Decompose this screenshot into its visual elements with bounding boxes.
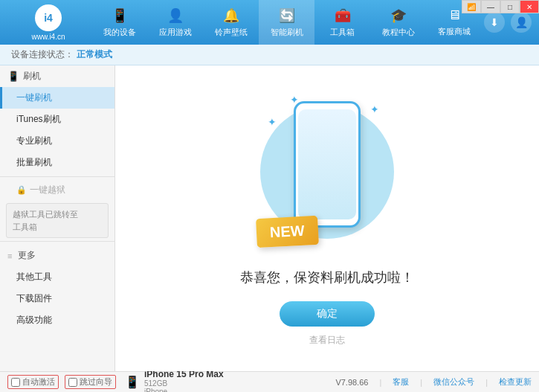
log-link[interactable]: 查看日志: [309, 334, 345, 347]
logo-area: i4 www.i4.cn: [7, 4, 89, 41]
quick-nav-label: 跳过向导: [80, 376, 112, 388]
sidebar-jailbreak-header: 🔒 一键越狱: [0, 180, 114, 200]
nav-smart-flash-label: 智能刷机: [271, 27, 303, 38]
toolbox-icon: 🧰: [335, 7, 351, 24]
ringtone-icon: 🔔: [223, 7, 239, 24]
itunes-flash-label: iTunes刷机: [16, 113, 61, 126]
customer-service-link[interactable]: 客服: [393, 376, 409, 388]
sidebar-disabled-notice: 越狱工具已跳转至工具箱: [6, 203, 109, 238]
device-icon: 📱: [112, 7, 128, 24]
window-controls: 📶 — □ ✕: [462, 0, 539, 13]
sidebar-flash-header: 📱 刷机: [0, 65, 114, 87]
confirm-button[interactable]: 确定: [280, 301, 375, 327]
nav-smart-flash[interactable]: 🔄 智能刷机: [259, 0, 314, 45]
auto-activate-checkbox-container[interactable]: 自动激活: [7, 375, 59, 389]
maximize-button[interactable]: □: [500, 0, 520, 13]
nav-my-device[interactable]: 📱 我的设备: [91, 0, 147, 45]
bottom-left: 自动激活 跳过向导 📱 iPhone 15 Pro Max 512GB iPho…: [7, 369, 320, 393]
sparkle-icon-1: ✦: [370, 103, 379, 115]
wifi-icon: 📶: [462, 0, 481, 13]
auto-activate-checkbox[interactable]: [11, 378, 20, 387]
nav-my-device-label: 我的设备: [103, 27, 136, 38]
bottom-bar: 自动激活 跳过向导 📱 iPhone 15 Pro Max 512GB iPho…: [0, 371, 539, 392]
minimize-button[interactable]: —: [481, 0, 500, 13]
auto-activate-label: 自动激活: [22, 376, 55, 388]
device-phone-icon: 📱: [125, 375, 140, 389]
status-value: 正常模式: [77, 48, 112, 61]
version-label: V7.98.66: [335, 378, 368, 387]
nav-apps-games[interactable]: 👤 应用游戏: [147, 0, 203, 45]
phone-illustration: ✦ ✦ ✦ NEW: [253, 90, 401, 254]
phone-screen: [298, 109, 356, 219]
more-section-icon: ≡: [7, 251, 12, 260]
main-layout: 📱 刷机 一键刷机 iTunes刷机 专业刷机 批量刷机 🔒 一键越狱: [0, 65, 539, 371]
device-info: 📱 iPhone 15 Pro Max 512GB iPhone: [125, 369, 224, 393]
sidebar-item-pro-flash[interactable]: 专业刷机: [0, 130, 114, 152]
device-storage: 512GB: [144, 379, 224, 388]
logo-subtext: www.i4.cn: [31, 33, 65, 41]
tutorial-icon: 🎓: [390, 7, 407, 24]
batch-flash-label: 批量刷机: [16, 156, 52, 169]
download-button[interactable]: ⬇: [484, 12, 505, 33]
logo-icon: i4: [35, 4, 62, 31]
close-button[interactable]: ✕: [520, 0, 539, 13]
flash-icon: 🔄: [279, 7, 295, 24]
nav-ringtones-label: 铃声壁纸: [215, 27, 248, 38]
nav-right-buttons: ⬇ 👤: [484, 12, 532, 33]
sidebar-item-other-tools[interactable]: 其他工具: [0, 266, 114, 288]
sparkle-icon-3: ✦: [268, 116, 277, 128]
nav-tutorial-label: 教程中心: [382, 27, 415, 38]
user-button[interactable]: 👤: [511, 12, 532, 33]
sidebar-more-label: 更多: [18, 249, 36, 262]
nav-ringtones[interactable]: 🔔 铃声壁纸: [203, 0, 259, 45]
top-navigation: i4 www.i4.cn 📱 我的设备 👤 应用游戏 🔔 铃声壁纸 🔄 智能刷机: [0, 0, 539, 45]
nav-service-label: 客服商城: [438, 26, 471, 37]
check-update-link[interactable]: 检查更新: [499, 376, 532, 388]
pro-flash-label: 专业刷机: [16, 135, 52, 147]
bottom-right: V7.98.66 | 客服 | 微信公众号 | 检查更新: [335, 376, 532, 388]
apps-icon: 👤: [167, 7, 184, 24]
sparkle-icon-2: ✦: [290, 94, 299, 106]
sidebar-item-advanced[interactable]: 高级功能: [0, 309, 114, 331]
nav-apps-games-label: 应用游戏: [159, 27, 192, 38]
download-firmware-label: 下载固件: [16, 292, 52, 305]
nav-tutorial[interactable]: 🎓 教程中心: [370, 0, 426, 45]
sidebar-item-download-firmware[interactable]: 下载固件: [0, 288, 114, 309]
wechat-link[interactable]: 微信公众号: [433, 376, 474, 388]
phone-device: [294, 101, 361, 228]
device-details: iPhone 15 Pro Max 512GB iPhone: [144, 369, 224, 393]
lock-icon: 🔒: [16, 185, 27, 195]
success-text: 恭喜您，保资料刷机成功啦！: [240, 269, 414, 286]
content-area: ✦ ✦ ✦ NEW 恭喜您，保资料刷机成功啦！ 确定 查看日志: [115, 65, 539, 371]
flash-section-icon: 📱: [7, 71, 19, 82]
service-icon: 🖥: [448, 7, 461, 23]
jailbreak-label: 一键越狱: [30, 184, 65, 196]
nav-toolbox[interactable]: 🧰 工具箱: [314, 0, 370, 45]
quick-nav-checkbox[interactable]: [68, 378, 77, 387]
device-type: iPhone: [144, 388, 224, 393]
sidebar: 📱 刷机 一键刷机 iTunes刷机 专业刷机 批量刷机 🔒 一键越狱: [0, 65, 115, 371]
sidebar-flash-label: 刷机: [23, 70, 41, 83]
advanced-label: 高级功能: [16, 314, 52, 327]
new-badge: NEW: [256, 216, 319, 248]
sidebar-item-itunes-flash[interactable]: iTunes刷机: [0, 109, 114, 130]
status-label: 设备连接状态：: [11, 48, 74, 61]
other-tools-label: 其他工具: [16, 271, 52, 283]
nav-toolbox-label: 工具箱: [330, 27, 355, 38]
sidebar-item-one-click-flash[interactable]: 一键刷机: [0, 87, 114, 109]
one-click-flash-label: 一键刷机: [16, 91, 52, 104]
quick-nav-checkbox-container[interactable]: 跳过向导: [65, 375, 116, 389]
sidebar-item-batch-flash[interactable]: 批量刷机: [0, 152, 114, 173]
nav-items: 📱 我的设备 👤 应用游戏 🔔 铃声壁纸 🔄 智能刷机 🧰 工具箱 🎓: [89, 0, 484, 45]
status-bar: 设备连接状态： 正常模式: [0, 45, 539, 65]
sidebar-more-header: ≡ 更多: [0, 245, 114, 266]
